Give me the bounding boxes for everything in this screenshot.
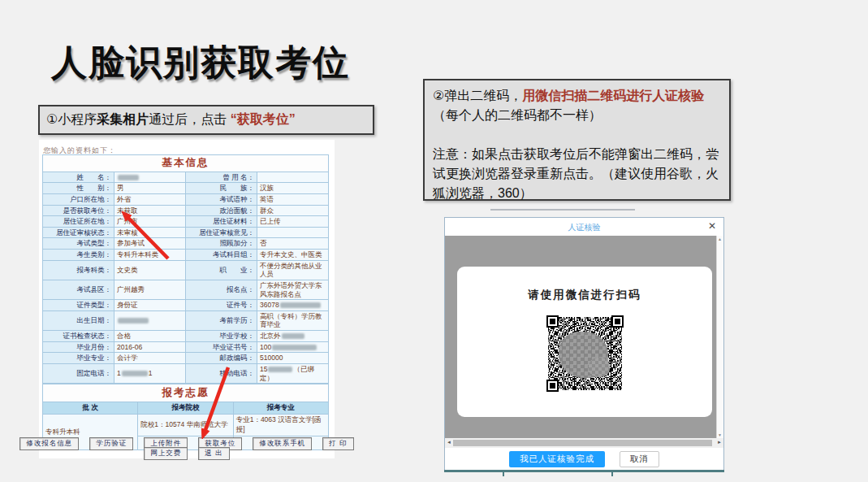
wish-college-cell: 院校1：10574 华南师范大学 [138, 415, 233, 436]
cancel-button[interactable]: 取消 [620, 451, 659, 467]
scroll-left-icon[interactable]: ◄ [447, 440, 451, 445]
horizontal-scrollbar[interactable]: ◄ ► [445, 438, 723, 448]
redacted-value [280, 302, 321, 308]
form-row: 考生类别：专科升本科类考试科目组：专升本文史、中医类 [43, 250, 329, 261]
field-value: 专升本文史、中医类 [257, 250, 329, 261]
dialog-title: 人证核验 [445, 222, 723, 233]
wish-major-cell: 专业1：4063 汉语言文学[函授] [233, 415, 328, 436]
background-window-edge [490, 209, 635, 211]
field-value-text: 专科升本科类 [117, 250, 158, 258]
field-value-text: 外省 [117, 195, 131, 203]
vertical-scrollbar[interactable]: ▲ ▼ [716, 236, 723, 438]
form-action-button[interactable]: 退 出 [198, 447, 229, 460]
form-row: 证书检查状态：合格毕业学校：北京外 [43, 331, 329, 342]
basic-info-title: 基本信息 [43, 155, 329, 172]
underlying-table-edge [503, 470, 504, 476]
field-value: 北京外 [257, 331, 329, 342]
field-label: 邮政编码： [186, 353, 257, 364]
field-value: 文史类 [114, 260, 186, 280]
horizontal-scrollbar-thumb[interactable] [453, 440, 712, 446]
step1-bold-text: 采集相片 [97, 112, 149, 126]
scan-instruction: 请使用微信进行扫码 [457, 288, 712, 302]
field-value: 15（已绑定） [257, 363, 329, 383]
step1-middle-text: 通过后，点击 [149, 112, 230, 126]
field-value-text: 510000 [260, 354, 283, 362]
field-label: 毕业专业： [43, 353, 114, 364]
form-row: 考试县区：广州越秀报名点：广东外语外贸大学东风东路报名点 [43, 280, 329, 299]
form-row: 考试类型：参加考试照顾加分：否 [43, 238, 329, 250]
redacted-value [122, 371, 148, 376]
field-value: 外省 [114, 193, 186, 205]
dialog-footer: 我已人证核验完成 取消 [445, 448, 723, 470]
dialog-content-area: 请使用微信进行扫码 ▲ ▼ [445, 236, 723, 438]
field-value: 广东外语外贸大学东风东路报名点 [257, 280, 329, 299]
field-label: 性 别： [43, 183, 114, 194]
field-value: 合格 [114, 331, 186, 342]
qr-finder-icon [546, 315, 559, 328]
field-value [114, 310, 186, 330]
step2-note-box: ②弹出二维码，用微信扫描二维码进行人证核验（每个人的二维码都不一样） 注意：如果… [423, 79, 731, 201]
field-label: 居住证所在地： [43, 216, 114, 228]
field-value: 2016-06 [114, 341, 186, 353]
form-row: 性 别：男民 族：汉族 [43, 183, 329, 194]
field-value: 参加考试 [114, 238, 186, 250]
redacted-value [118, 175, 139, 180]
form-row: 居住证审核状态：未审核居住证审核意见： [43, 227, 329, 238]
form-row: 是否获取考位：未获取政治面貌：群众 [43, 205, 329, 216]
page-title: 人脸识别获取考位 [51, 39, 350, 87]
redacted-value [268, 367, 292, 372]
field-value-text: 15 [260, 365, 267, 373]
field-label: 户口所在地： [43, 193, 114, 205]
field-value: 11 [114, 363, 186, 383]
form-buttons-row2: 网上交费退 出 [39, 447, 335, 460]
step2-text: ②弹出二维码， [433, 89, 522, 102]
form-action-button[interactable]: 网上交费 [144, 447, 188, 460]
field-label: 固定电话： [43, 363, 114, 383]
field-label: 考试县区： [43, 280, 114, 299]
field-label: 考生类别： [43, 250, 114, 261]
field-value: 会计学 [114, 353, 186, 364]
field-value: 未审核 [114, 227, 186, 238]
field-value: 未获取 [114, 205, 186, 216]
wish-column-header: 报考专业 [233, 402, 328, 415]
qr-blur-overlay [589, 358, 610, 377]
field-label: 职 业： [186, 260, 257, 280]
field-value: 身份证 [114, 300, 186, 311]
form-row: 固定电话：11移动电话：15（已绑定） [43, 363, 329, 383]
verification-done-button[interactable]: 我已人证核验完成 [509, 451, 605, 467]
qr-code [546, 315, 624, 392]
field-label: 毕业证书号： [186, 341, 257, 353]
field-label: 居住证审核意见： [186, 227, 257, 238]
field-label: 证件类型： [43, 300, 114, 311]
field-value-text: 广东外语外贸大学东风东路报名点 [260, 281, 322, 298]
field-label: 证书检查状态： [43, 331, 114, 342]
form-row: 证件类型：身份证证件号：36078 [43, 300, 329, 311]
scroll-right-icon[interactable]: ► [717, 440, 722, 445]
field-value: 510000 [257, 353, 329, 364]
field-value-text: 已上传 [260, 217, 281, 225]
step1-note-box: ①小程序采集相片通过后，点击 “获取考位” [38, 105, 374, 135]
field-value [257, 227, 329, 238]
form-row: 出生日期：考前学历：高职（专科）学历教育毕业 [43, 310, 329, 330]
scroll-up-icon[interactable]: ▲ [718, 237, 722, 241]
wish-title: 报考志愿 [43, 384, 329, 402]
field-value-text: 1 [149, 369, 153, 377]
field-label: 民 族： [186, 183, 257, 194]
field-label: 毕业学校： [186, 331, 257, 342]
scroll-down-icon[interactable]: ▼ [718, 432, 722, 437]
close-icon[interactable]: ✕ [708, 221, 716, 231]
field-value-text: 参加考试 [117, 239, 145, 247]
field-label: 是否获取考位： [43, 205, 114, 216]
field-label: 毕业月份： [43, 341, 114, 353]
step2-highlight-text: 用微信扫描二维码进行人证核验 [522, 89, 704, 102]
redacted-value [282, 333, 304, 339]
field-value: 已上传 [257, 216, 329, 228]
slide-canvas: 人脸识别获取考位 ①小程序采集相片通过后，点击 “获取考位” ②弹出二维码，用微… [0, 0, 868, 482]
field-label: 姓 名： [43, 172, 114, 183]
field-value: 广州越秀 [114, 280, 186, 299]
field-label: 照顾加分： [186, 238, 257, 250]
field-label: 考试类型： [43, 238, 114, 250]
field-label: 报名点： [186, 280, 257, 299]
qr-finder-icon [611, 315, 624, 328]
underlying-table-edge [444, 470, 724, 472]
